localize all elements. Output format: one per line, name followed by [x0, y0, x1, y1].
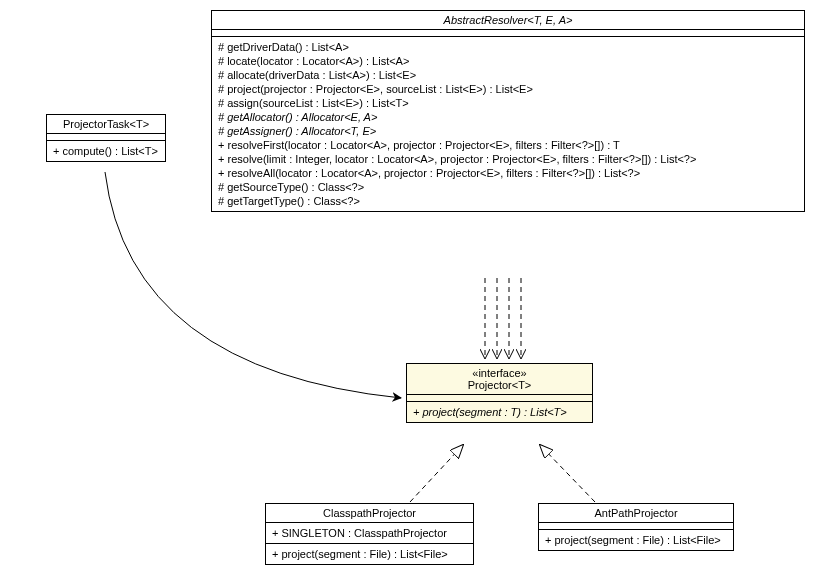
- class-methods: + project(segment : File) : List<File>: [539, 530, 733, 550]
- class-attributes: + SINGLETON : ClasspathProjector: [266, 523, 473, 544]
- method: + project(segment : File) : List<File>: [545, 533, 727, 547]
- method: # getSourceType() : Class<?>: [218, 180, 798, 194]
- class-attributes-empty: [47, 134, 165, 141]
- class-methods: # getDriverData() : List<A> # locate(loc…: [212, 37, 804, 211]
- class-classpath-projector: ClasspathProjector + SINGLETON : Classpa…: [265, 503, 474, 565]
- class-methods: + project(segment : T) : List<T>: [407, 402, 592, 422]
- class-attributes-empty: [539, 523, 733, 530]
- class-title: «interface» Projector<T>: [407, 364, 592, 395]
- class-title: ClasspathProjector: [266, 504, 473, 523]
- method: + project(segment : T) : List<T>: [413, 405, 586, 419]
- realization-arrow: [410, 445, 463, 502]
- method: # getDriverData() : List<A>: [218, 40, 798, 54]
- method: # project(projector : Projector<E>, sour…: [218, 82, 798, 96]
- stereotype: «interface»: [413, 367, 586, 379]
- method: # getTargetType() : Class<?>: [218, 194, 798, 208]
- class-abstract-resolver: AbstractResolver<T, E, A> # getDriverDat…: [211, 10, 805, 212]
- method: + resolve(limit : Integer, locator : Loc…: [218, 152, 798, 166]
- method: + compute() : List<T>: [53, 144, 159, 158]
- class-projector-task: ProjectorTask<T> + compute() : List<T>: [46, 114, 166, 162]
- method: # getAssigner() : Allocator<T, E>: [218, 124, 798, 138]
- method: # allocate(driverData : List<A>) : List<…: [218, 68, 798, 82]
- attribute: + SINGLETON : ClasspathProjector: [272, 526, 467, 540]
- class-title: ProjectorTask<T>: [47, 115, 165, 134]
- class-antpath-projector: AntPathProjector + project(segment : Fil…: [538, 503, 734, 551]
- method: # getAllocator() : Allocator<E, A>: [218, 110, 798, 124]
- method: # assign(sourceList : List<E>) : List<T>: [218, 96, 798, 110]
- class-title: AbstractResolver<T, E, A>: [212, 11, 804, 30]
- realization-arrow: [540, 445, 595, 502]
- method: # locate(locator : Locator<A>) : List<A>: [218, 54, 798, 68]
- class-name: Projector<T>: [413, 379, 586, 391]
- method: + project(segment : File) : List<File>: [272, 547, 467, 561]
- class-methods: + project(segment : File) : List<File>: [266, 544, 473, 564]
- class-projector: «interface» Projector<T> + project(segme…: [406, 363, 593, 423]
- class-attributes-empty: [212, 30, 804, 37]
- class-methods: + compute() : List<T>: [47, 141, 165, 161]
- class-title: AntPathProjector: [539, 504, 733, 523]
- method: + resolveAll(locator : Locator<A>, proje…: [218, 166, 798, 180]
- method: + resolveFirst(locator : Locator<A>, pro…: [218, 138, 798, 152]
- class-attributes-empty: [407, 395, 592, 402]
